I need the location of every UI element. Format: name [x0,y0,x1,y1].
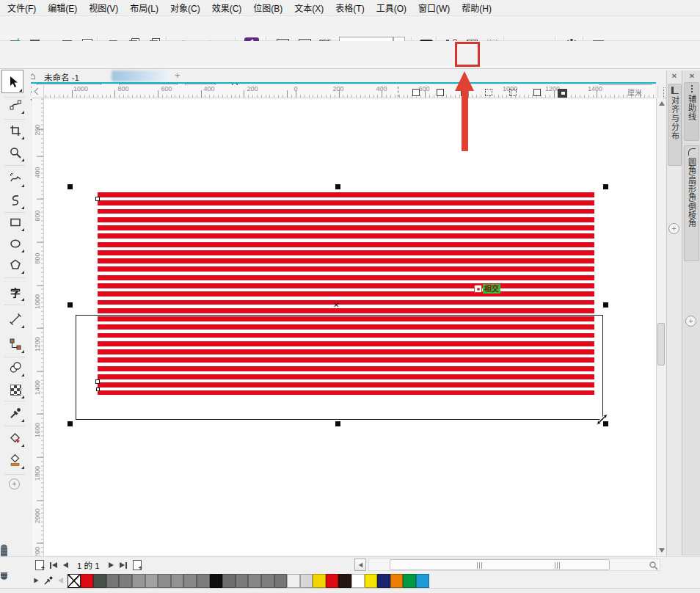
color-swatch[interactable] [93,574,106,588]
color-swatch[interactable] [222,574,236,588]
menu-item[interactable]: 文本(X) [288,0,329,16]
previous-page-button[interactable] [63,562,68,568]
outline-rectangle-object[interactable] [76,315,603,420]
color-swatch[interactable] [210,574,223,588]
last-page-button[interactable] [120,562,127,569]
menu-item[interactable]: 文件(F) [1,0,42,16]
color-swatch[interactable] [68,574,81,588]
menu-item[interactable]: 帮助(H) [456,0,497,16]
selection-handle[interactable] [603,302,608,308]
tool-blend[interactable] [6,358,25,377]
tool-freehand[interactable] [6,169,25,188]
color-swatch[interactable] [81,574,94,588]
color-swatch[interactable] [236,574,249,588]
color-swatch[interactable] [377,574,390,588]
menu-item[interactable]: 对象(C) [164,0,206,16]
palette-eyedropper-icon[interactable] [43,575,54,586]
tool-shape[interactable] [6,95,25,114]
selection-handle[interactable] [68,184,73,189]
color-swatch[interactable] [132,574,145,588]
tool-pick[interactable] [1,70,23,93]
blurred-document-tab[interactable] [112,70,172,81]
docker-quick-customize-button[interactable]: + [668,223,679,234]
curve-node[interactable] [96,388,100,391]
tool-rectangle[interactable] [6,213,25,232]
docker-close-button[interactable]: ✕ [688,72,696,81]
color-swatch[interactable] [261,574,274,588]
color-swatch[interactable] [183,574,197,588]
color-swatch[interactable] [300,574,313,588]
document-tab-active[interactable]: 未命名 -1 [44,71,79,83]
menu-item[interactable]: 视图(V) [83,0,124,16]
docker-tab-align-distribute[interactable]: 对齐与分布 [668,84,682,166]
toolbox-quick-customize-button[interactable]: + [9,479,20,490]
h-scrollbar[interactable] [368,559,660,571]
color-swatch[interactable] [351,574,365,588]
docker-tab-corner-tools[interactable]: 圆角/扇形角/倒棱角 [684,145,699,261]
selection-handle[interactable] [68,302,73,308]
color-swatch[interactable] [171,574,184,588]
tool-smart-fill[interactable] [6,451,25,470]
v-scrollbar-thumb[interactable] [657,323,665,365]
tool-connector[interactable] [6,335,25,354]
blend-icon [9,361,22,374]
tool-b-spline[interactable] [6,191,25,210]
menu-item[interactable]: 布局(L) [124,0,164,16]
first-page-button[interactable] [50,562,57,569]
menu-item[interactable]: 效果(C) [206,0,248,16]
color-swatch[interactable] [197,574,210,588]
color-swatch[interactable] [248,574,261,588]
new-tab-button[interactable]: + [175,70,181,81]
add-page-end-button[interactable]: + [133,560,142,570]
docker-close-button[interactable]: ✕ [670,72,679,81]
curve-node[interactable] [95,379,100,384]
color-swatch[interactable] [416,574,429,588]
tool-color-eyedropper[interactable] [6,404,25,423]
selection-center-mark[interactable]: ✕ [333,301,339,309]
menu-item[interactable]: 表格(T) [329,0,370,16]
ruler-origin-box[interactable] [32,85,44,98]
color-swatch[interactable] [158,574,171,588]
palette-scroll-left-icon[interactable] [58,578,63,583]
docker-tab-guidelines[interactable]: 辅助线 [684,82,699,141]
scroll-down-icon[interactable] [659,548,665,553]
v-ruler[interactable]: 2004006008001000120014001600180020002200 [32,98,44,556]
v-scrollbar[interactable] [656,98,666,556]
menu-item[interactable]: 位图(B) [247,0,288,16]
zoom-scroll-icon[interactable] [649,561,658,570]
selection-handle[interactable] [68,421,73,426]
tool-polygon[interactable] [6,255,25,274]
color-swatch[interactable] [365,574,378,588]
menu-item[interactable]: 窗口(W) [412,0,456,16]
menu-item[interactable]: 编辑(E) [42,0,83,16]
tool-transparency[interactable] [6,380,25,399]
selection-handle[interactable] [335,421,340,426]
tool-interactive-fill[interactable] [6,429,25,448]
color-swatch[interactable] [119,574,132,588]
h-scroll-left-button[interactable] [354,559,366,571]
scroll-up-icon[interactable] [659,101,665,106]
color-swatch[interactable] [390,574,404,588]
add-page-start-button[interactable]: + [35,560,44,570]
selection-handle[interactable] [603,184,608,189]
tool-zoom[interactable] [6,143,25,162]
tool-ellipse[interactable] [6,234,25,253]
next-page-button[interactable] [109,562,114,568]
tool-crop[interactable] [6,121,25,140]
palette-flyout-icon[interactable] [34,578,38,583]
color-swatch[interactable] [274,574,288,588]
color-swatch[interactable] [145,574,158,588]
h-scrollbar-thumb[interactable] [390,559,610,570]
tool-dimension[interactable] [6,310,25,329]
menu-item[interactable]: 工具(O) [371,0,412,16]
color-swatch[interactable] [287,574,300,588]
curve-node[interactable] [95,197,100,201]
color-swatch[interactable] [403,574,416,588]
selection-handle[interactable] [335,184,340,189]
color-swatch[interactable] [106,574,120,588]
docker-quick-customize-button[interactable]: + [685,316,696,327]
tool-text[interactable]: 字 [6,283,25,302]
color-swatch[interactable] [313,574,326,588]
color-swatch[interactable] [326,574,339,588]
color-swatch[interactable] [338,574,351,588]
